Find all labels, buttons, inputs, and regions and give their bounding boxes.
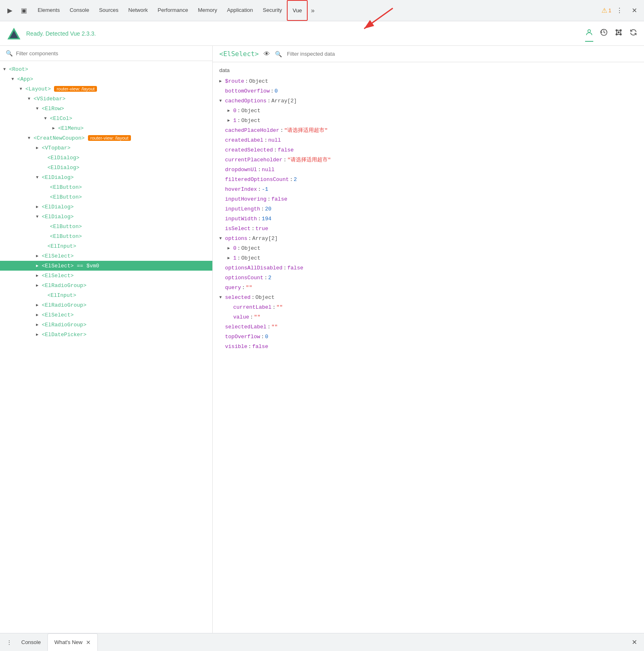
filter-data-input[interactable] xyxy=(287,51,637,57)
toggle-app[interactable]: ▼ xyxy=(11,77,17,81)
toggle-opt0[interactable]: ▶ xyxy=(227,244,233,253)
tag-elselect-selected: <ElSelect> == $vm0 xyxy=(42,263,99,269)
key-topoverflow: topOverflow xyxy=(225,333,260,341)
vuex-icon[interactable] xyxy=(615,28,623,38)
search-icon: 🔍 xyxy=(6,50,13,57)
bottom-tab-whatsnew[interactable]: What's New ✕ xyxy=(47,633,98,651)
data-row-value: ▶ value : "" xyxy=(219,312,637,322)
toggle-eldatepicker[interactable]: ▶ xyxy=(36,332,42,337)
tree-item-elbtn4[interactable]: ▶ <ElButton> xyxy=(0,231,212,241)
tree-item-elbtn2[interactable]: ▶ <ElButton> xyxy=(0,192,212,202)
toggle-opt1[interactable]: ▶ xyxy=(227,254,233,262)
toggle-elmenu[interactable]: ▶ xyxy=(52,126,58,131)
tab-console[interactable]: Console xyxy=(65,0,94,21)
tree-item-app[interactable]: ▼ <App> xyxy=(0,74,212,84)
tree-item-eldialog1[interactable]: ▶ <ElDialog> xyxy=(0,153,212,163)
bottom-tab-console[interactable]: Console xyxy=(15,633,47,651)
tab-vue[interactable]: Vue xyxy=(287,0,308,21)
tree-item-elbtn1[interactable]: ▶ <ElButton> xyxy=(0,182,212,192)
toggle-elselect1[interactable]: ▶ xyxy=(36,253,42,258)
svg-point-4 xyxy=(588,29,591,32)
toggle-elcol[interactable]: ▼ xyxy=(44,116,50,121)
tree-item-vtopbar[interactable]: ▶ <VTopbar> xyxy=(0,143,212,153)
device-icon[interactable]: ▣ xyxy=(17,4,30,17)
component-tree-icon[interactable] xyxy=(585,28,593,38)
refresh-icon[interactable] xyxy=(629,28,637,38)
toggle-elselect-selected[interactable]: ▶ xyxy=(36,263,42,268)
tree-item-vsidebar[interactable]: ▼ <VSidebar> xyxy=(0,94,212,104)
val-optionsalldisabled: false xyxy=(287,264,303,272)
toggle-eldialog4[interactable]: ▶ xyxy=(36,204,42,209)
val-createdlabel: null xyxy=(268,136,281,145)
tab-security[interactable]: Security xyxy=(258,0,287,21)
tree-item-eldialog3[interactable]: ▼ <ElDialog> xyxy=(0,172,212,182)
history-icon[interactable] xyxy=(600,28,608,38)
toggle-selected[interactable]: ▼ xyxy=(219,294,225,302)
tab-memory[interactable]: Memory xyxy=(193,0,222,21)
tree-item-elselect-selected[interactable]: ▶ <ElSelect> == $vm0 xyxy=(0,261,212,271)
toggle-options[interactable]: ▼ xyxy=(219,235,225,243)
tree-item-eldialog2[interactable]: ▶ <ElDialog> xyxy=(0,163,212,172)
tree-item-elradiogrp1[interactable]: ▶ <ElRadioGroup> xyxy=(0,280,212,290)
val-isselect: true xyxy=(255,225,268,233)
key-hoverindex: hoverIndex xyxy=(225,185,257,194)
toggle-route[interactable]: ▶ xyxy=(219,77,225,86)
tree-item-elselect2[interactable]: ▶ <ElSelect> xyxy=(0,271,212,280)
eye-icon[interactable]: 👁 xyxy=(263,50,270,58)
toggle-elrow[interactable]: ▼ xyxy=(36,106,42,111)
tree-item-elradiogrp2[interactable]: ▶ <ElRadioGroup> xyxy=(0,300,212,310)
val-visible: false xyxy=(252,343,268,351)
toggle-elradiogrp1[interactable]: ▶ xyxy=(36,283,42,288)
toggle-eldialog3[interactable]: ▼ xyxy=(36,175,42,180)
tab-performance[interactable]: Performance xyxy=(153,0,193,21)
close-devtools-button[interactable]: ✕ xyxy=(628,4,641,17)
tag-elrow: <ElRow> xyxy=(42,106,64,112)
val-cached1: Object xyxy=(241,117,261,125)
tab-application[interactable]: Application xyxy=(222,0,258,21)
whatsnew-close-button[interactable]: ✕ xyxy=(86,639,91,646)
data-row-opt1: ▶ 1 : Object xyxy=(219,253,637,263)
cursor-icon[interactable]: ▶ xyxy=(3,4,16,17)
toggle-vsidebar[interactable]: ▼ xyxy=(28,97,34,101)
tree-item-elselect1[interactable]: ▶ <ElSelect> xyxy=(0,251,212,261)
svg-point-7 xyxy=(620,29,621,31)
tree-item-eldatepicker[interactable]: ▶ <ElDatePicker> xyxy=(0,330,212,339)
tree-item-elselect3[interactable]: ▶ <ElSelect> xyxy=(0,310,212,320)
tree-item-creatcoupon[interactable]: ▼ <CreatNewCoupon> router-view: /layout xyxy=(0,133,212,143)
tree-item-elinput2[interactable]: ▶ <ElInput> xyxy=(0,290,212,300)
filter-components-input[interactable] xyxy=(16,50,207,57)
toggle-root[interactable]: ▼ xyxy=(3,67,9,72)
toggle-elradiogrp3[interactable]: ▶ xyxy=(36,322,42,327)
tree-item-elradiogrp3[interactable]: ▶ <ElRadioGroup> xyxy=(0,320,212,330)
toggle-cachedoptions[interactable]: ▼ xyxy=(219,97,225,105)
data-section-label: data xyxy=(219,67,637,73)
tab-sources[interactable]: Sources xyxy=(94,0,124,21)
tag-eldialog5: <ElDialog> xyxy=(42,214,74,220)
tree-item-layout[interactable]: ▼ <Layout> router-view: /layout xyxy=(0,84,212,94)
toggle-layout[interactable]: ▼ xyxy=(20,87,25,91)
tag-elinput2: <ElInput> xyxy=(47,292,76,298)
toggle-cached0[interactable]: ▶ xyxy=(227,107,233,115)
tree-item-root[interactable]: ▼ <Root> xyxy=(0,64,212,74)
data-row-visible: ▶ visible : false xyxy=(219,342,637,352)
toggle-elselect3[interactable]: ▶ xyxy=(36,312,42,317)
toggle-elselect2[interactable]: ▶ xyxy=(36,273,42,278)
tab-elements[interactable]: Elements xyxy=(33,0,65,21)
tree-item-elcol[interactable]: ▼ <ElCol> xyxy=(0,113,212,123)
tab-network[interactable]: Network xyxy=(124,0,153,21)
toggle-eldialog5[interactable]: ▼ xyxy=(36,215,42,219)
more-options-button[interactable]: ⋮ xyxy=(613,4,626,17)
tree-item-elmenu[interactable]: ▶ <ElMenu> xyxy=(0,123,212,133)
toggle-creatcoupon[interactable]: ▼ xyxy=(28,136,34,140)
toggle-vtopbar[interactable]: ▶ xyxy=(36,145,42,150)
toggle-elradiogrp2[interactable]: ▶ xyxy=(36,303,42,307)
vue-ready-text: Ready. Detected Vue 2.3.3. xyxy=(26,30,96,37)
close-bottom-bar-button[interactable]: ✕ xyxy=(628,636,641,649)
bottom-dots-icon[interactable]: ⋮ xyxy=(3,637,15,648)
tree-item-elrow[interactable]: ▼ <ElRow> xyxy=(0,104,212,113)
toggle-cached1[interactable]: ▶ xyxy=(227,117,233,125)
tree-item-elinput1[interactable]: ▶ <ElInput> xyxy=(0,241,212,251)
tree-item-eldialog5[interactable]: ▼ <ElDialog> xyxy=(0,212,212,222)
tree-item-elbtn3[interactable]: ▶ <ElButton> xyxy=(0,222,212,231)
tree-item-eldialog4[interactable]: ▶ <ElDialog> xyxy=(0,202,212,212)
